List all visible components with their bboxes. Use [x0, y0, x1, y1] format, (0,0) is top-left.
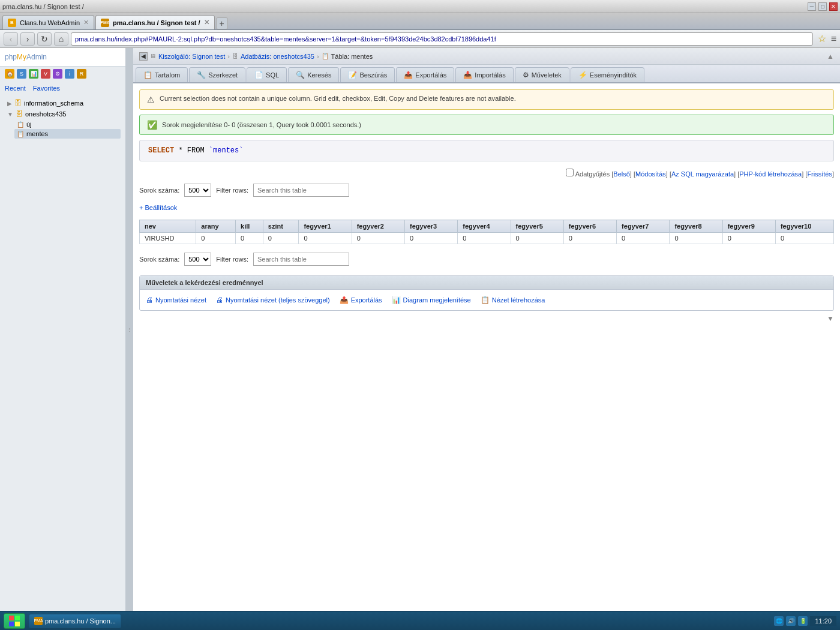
sidebar-item-information-schema[interactable]: ▶ 🗄 information_schema	[5, 98, 121, 109]
tab-clans[interactable]: B Clans.hu WebAdmin ✕	[2, 15, 94, 29]
pma-icon-sql[interactable]: S	[17, 69, 26, 79]
tray-sound-icon[interactable]: 🔊	[786, 616, 796, 626]
pma-icon-settings[interactable]: ⚙	[53, 69, 62, 79]
col-fegyver4: fegyver4	[458, 220, 511, 233]
adatgyujtes-label: Adatgyűjtés	[575, 170, 610, 178]
db-icon-breadcrumb: 🗄	[232, 53, 238, 59]
sidebar-item-label: information_schema	[24, 100, 83, 107]
tab-clans-close[interactable]: ✕	[83, 19, 89, 26]
sidebar-item-oneshotcs435[interactable]: ▼ 🗄 oneshotcs435	[5, 109, 121, 119]
home-button[interactable]: ⌂	[54, 32, 68, 46]
back-button[interactable]: ‹	[4, 32, 18, 46]
maximize-button[interactable]: □	[818, 2, 827, 11]
table-header-row: nev arany kill szint fegyver1 fegyver2 f…	[140, 220, 834, 233]
pma-icon-status[interactable]: 📊	[29, 69, 38, 79]
tab-szerkezet-icon: 🔧	[197, 71, 206, 79]
op-create-view-label: Nézet létrehozása	[492, 296, 545, 304]
expand-icon[interactable]: ▼	[827, 314, 834, 323]
refresh-link[interactable]: Frissítés	[807, 170, 832, 178]
sidebar-db-list: ▶ 🗄 information_schema ▼ 🗄 oneshotcs435 …	[0, 95, 125, 141]
pma-icon-replication[interactable]: R	[77, 69, 86, 79]
col-fegyver6: fegyver6	[563, 220, 616, 233]
op-create-view[interactable]: 📋 Nézet létrehozása	[481, 296, 545, 304]
tab-szerkezet[interactable]: 🔧 Szerkezet	[189, 67, 245, 82]
new-tab-button[interactable]: +	[216, 17, 228, 29]
tab-esemenyinditok[interactable]: ⚡ Eseményindítók	[571, 67, 644, 82]
php-create-link[interactable]: PHP-kód létrehozása	[739, 170, 802, 178]
filter-input-top[interactable]	[253, 184, 349, 197]
op-print-view[interactable]: 🖨 Nyomtatási nézet	[146, 296, 206, 304]
op-print-full-view[interactable]: 🖨 Nyomtatási nézet (teljes szöveggel)	[216, 296, 330, 304]
reload-button[interactable]: ↻	[37, 32, 52, 46]
bookmark-star-icon[interactable]: ☆	[818, 33, 826, 44]
cell-fegyver4: 0	[458, 233, 511, 244]
pma-icon-variables[interactable]: V	[41, 69, 50, 79]
sorok-szama-select-top[interactable]: 500 25 50 100	[184, 184, 211, 197]
sidebar-recent-link[interactable]: Recent	[5, 85, 26, 92]
alert-warning: ⚠ Current selection does not contain a u…	[139, 89, 834, 110]
address-bar[interactable]	[71, 32, 813, 46]
belsoe-link[interactable]: Belső	[613, 170, 630, 178]
create-view-icon: 📋	[481, 296, 490, 304]
sidebar-table-mentes-label: mentes	[26, 130, 48, 137]
sorok-szama-label-top: Sorok száma:	[139, 187, 179, 194]
diagram-icon: 📊	[392, 296, 401, 304]
forward-button[interactable]: ›	[20, 32, 35, 46]
breadcrumb-server-link[interactable]: Kiszolgáló: Signon test	[158, 53, 225, 60]
tab-importalas[interactable]: 📥 Importálás	[455, 67, 513, 82]
tray-network-icon[interactable]: 🌐	[774, 616, 784, 626]
cell-arany: 0	[196, 233, 236, 244]
start-button[interactable]	[4, 613, 25, 629]
breadcrumb-db-link[interactable]: Adatbázis: oneshotcs435	[241, 53, 314, 60]
tab-tartalom-label: Tartalom	[155, 71, 180, 79]
col-fegyver2: fegyver2	[352, 220, 404, 233]
pma-icon-info[interactable]: i	[65, 69, 74, 79]
sidebar-favorites-link[interactable]: Favorites	[33, 85, 60, 92]
settings-link[interactable]: + Beállítások	[139, 202, 177, 214]
taskbar-pma-item[interactable]: PMA pma.clans.hu / Signon...	[29, 614, 121, 628]
sql-table-name: `mentes`	[209, 146, 244, 155]
window-controls[interactable]: ─ □ ✕	[808, 2, 838, 11]
close-button[interactable]: ✕	[829, 2, 838, 11]
tab-sql-label: SQL	[266, 71, 279, 79]
adatgyujtes-checkbox[interactable]	[566, 169, 574, 176]
cell-kill: 0	[236, 233, 263, 244]
table-row: VIRUSHD 0 0 0 0 0 0 0 0 0 0 0 0	[140, 233, 834, 244]
tab-beszuras[interactable]: 📝 Beszúrás	[340, 67, 395, 82]
modositas-link[interactable]: Módosítás	[635, 170, 666, 178]
data-table: nev arany kill szint fegyver1 fegyver2 f…	[139, 220, 834, 244]
tab-kereses[interactable]: 🔍 Keresés	[288, 67, 339, 82]
sidebar-item-uj[interactable]: 📋 új	[14, 119, 121, 129]
browser-menu-icon[interactable]: ≡	[831, 34, 836, 44]
breadcrumb-collapse-right[interactable]: ▲	[827, 52, 834, 61]
print-full-icon: 🖨	[216, 296, 223, 304]
sidebar-tree-indent: 📋 új 📋 mentes	[5, 119, 121, 139]
col-kill: kill	[236, 220, 263, 233]
tab-muveletek[interactable]: ⚙ Műveletek	[515, 67, 569, 82]
tab-pma-favicon: PMA	[101, 19, 109, 27]
tray-battery-icon[interactable]: 🔋	[798, 616, 808, 626]
op-export[interactable]: 📤 Exportálás	[340, 296, 382, 304]
cell-szint: 0	[263, 233, 299, 244]
sorok-szama-select-bottom[interactable]: 500 25 50 100	[184, 253, 211, 266]
tab-pma-close[interactable]: ✕	[204, 19, 209, 26]
adatgyujtes-checkbox-label[interactable]: Adatgyűjtés	[566, 170, 611, 178]
sql-explain-link[interactable]: Az SQL magyarázata	[671, 170, 734, 178]
sidebar-item-mentes[interactable]: 📋 mentes	[14, 129, 121, 139]
tab-importalas-label: Importálás	[475, 71, 505, 79]
tab-exportalas[interactable]: 📤 Exportálás	[396, 67, 454, 82]
tab-sql[interactable]: 📄 SQL	[247, 67, 287, 82]
breadcrumb-collapse-icon[interactable]: ◀	[139, 52, 148, 61]
db-folder-icon: 🗄	[14, 99, 22, 107]
op-diagram[interactable]: 📊 Diagram megjelenítése	[392, 296, 471, 304]
op-print-label: Nyomtatási nézet	[155, 296, 206, 304]
pma-icon-home[interactable]: 🏠	[5, 69, 14, 79]
filter-input-bottom[interactable]	[253, 253, 349, 266]
tab-tartalom[interactable]: 📋 Tartalom	[136, 67, 188, 82]
sidebar-resize-handle[interactable]: ⋮	[126, 48, 133, 611]
svg-rect-3	[15, 622, 20, 626]
sql-rest: * FROM	[178, 146, 204, 155]
cell-fegyver5: 0	[511, 233, 563, 244]
minimize-button[interactable]: ─	[808, 2, 816, 11]
tab-pma[interactable]: PMA pma.clans.hu / Signon test / ✕	[95, 15, 214, 29]
